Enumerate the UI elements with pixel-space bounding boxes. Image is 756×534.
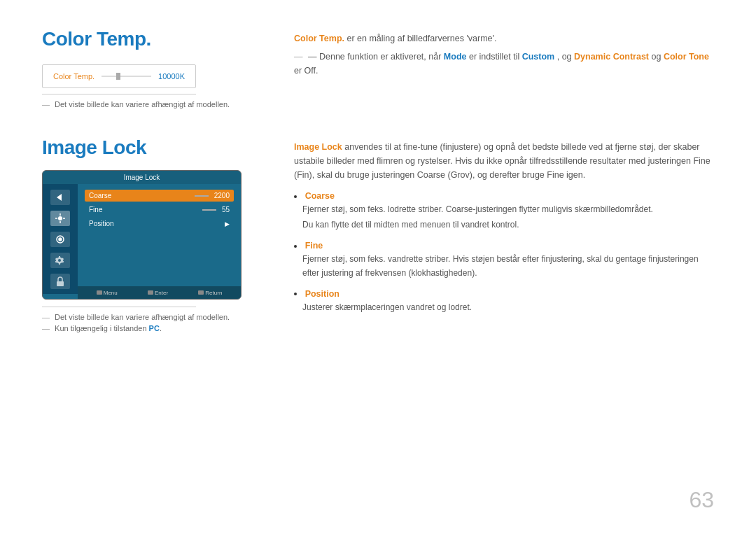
bullet-coarse-title: Coarse: [305, 191, 335, 201]
image-lock-notes: ― Det viste billede kan variere afhængig…: [42, 307, 252, 332]
bullet-fine-dot: [294, 245, 297, 248]
mockup-sidebar: [43, 184, 78, 294]
color-temp-description2: ― ― Denne funktion er aktiveret, når Mod…: [294, 50, 714, 78]
color-temp-mode: Mode: [444, 52, 467, 62]
mockup-icon-arrow: [50, 190, 70, 205]
mockup-icon-lock: [50, 274, 70, 289]
mockup-btn-return-icon: [198, 290, 204, 295]
image-lock-desc-suffix: anvendes til at fine-tune (finjustere) o…: [294, 142, 710, 180]
image-lock-note1-text: Det viste billede kan variere afhængigt …: [55, 313, 230, 321]
mockup-icon-circle: [50, 232, 70, 247]
bullet-fine-title: Fine: [305, 241, 323, 251]
image-lock-mockup: Image Lock: [42, 170, 241, 300]
color-temp-dynamic: Dynamic Contrast: [574, 52, 649, 62]
color-temp-note: ― Det viste billede kan variere afhængig…: [42, 100, 252, 108]
mockup-menu-coarse: Coarse 2200: [85, 190, 234, 202]
mockup-body: Coarse 2200 Fine 55: [43, 184, 241, 294]
mockup-coarse-value: 2200: [214, 192, 230, 199]
color-temp-section: Color Temp. Color Temp. 10000K ― Det vis…: [42, 28, 714, 108]
image-lock-section: Image Lock Image Lock: [42, 136, 714, 332]
mockup-btn-enter-label: Enter: [155, 290, 168, 296]
color-temp-ui-label: Color Temp.: [53, 72, 94, 80]
mockup-position-label: Position: [89, 220, 114, 227]
bullet-fine: Fine Fjerner støj, som feks. vandrette s…: [294, 240, 714, 279]
color-temp-title: Color Temp.: [42, 28, 252, 50]
bullet-position-title: Position: [305, 289, 340, 299]
image-lock-description: Image Lock anvendes til at fine-tune (fi…: [294, 140, 714, 182]
color-temp-desc2-mid2: , og: [557, 52, 574, 62]
mockup-position-arrow: ▶: [225, 220, 230, 227]
color-temp-ui-mockup: Color Temp. 10000K: [42, 64, 196, 88]
mockup-btn-return: Return: [198, 290, 222, 296]
mockup-btn-menu-label: Menu: [104, 290, 118, 296]
color-temp-slider-thumb: [116, 73, 120, 80]
bullet-fine-text1: Fjerner støj, som feks. vandrette stribe…: [302, 253, 714, 279]
mockup-title: Image Lock: [43, 171, 241, 184]
mockup-icon-settings: [50, 211, 70, 226]
bullet-coarse-dot: [294, 195, 297, 198]
color-temp-ui-row: Color Temp. 10000K: [53, 72, 185, 80]
color-temp-custom: Custom: [522, 52, 555, 62]
mockup-btn-enter: Enter: [148, 290, 168, 296]
color-temp-description1: Color Temp. er en måling af billedfarver…: [294, 31, 714, 45]
image-lock-note2-prefix: Kun tilgængelig i tilstanden: [55, 324, 149, 332]
color-temp-ui-value: 10000K: [158, 72, 185, 80]
color-temp-colortone: Color Tone: [664, 52, 709, 62]
color-temp-divider: [42, 94, 196, 94]
image-lock-left-panel: Image Lock Image Lock: [42, 136, 252, 332]
mockup-coarse-label: Coarse: [89, 192, 111, 199]
bullet-position-dot: [294, 293, 297, 295]
color-temp-desc2-mid1: er indstillet til: [469, 52, 522, 62]
bullet-coarse-text2: Du kan flytte det til midten med menuen …: [302, 218, 714, 232]
color-temp-desc1-suffix: er en måling af billedfarvernes 'varme'.: [346, 34, 496, 43]
image-lock-note2-bold: PC: [149, 324, 160, 332]
mockup-icon-gear: [50, 253, 70, 268]
color-temp-desc1-bold: Color Temp.: [294, 34, 344, 43]
image-lock-desc-bold: Image Lock: [294, 142, 342, 152]
color-temp-emdash: ―: [294, 52, 303, 62]
image-lock-note1-dash: ―: [42, 313, 50, 321]
bullet-coarse-header: Coarse: [294, 190, 714, 201]
mockup-btn-enter-icon: [148, 290, 153, 295]
page-number: 63: [689, 487, 714, 513]
mockup-fine-slider: [202, 209, 216, 211]
mockup-coarse-slider: [195, 195, 209, 197]
mockup-fine-label: Fine: [89, 206, 102, 213]
image-lock-note2-suffix: .: [160, 324, 162, 332]
image-lock-note2-dash: ―: [42, 324, 50, 332]
mockup-btn-menu-icon: [97, 290, 102, 295]
bullet-fine-header: Fine: [294, 240, 714, 251]
bullet-position-text1: Justerer skærmplaceringen vandret og lod…: [302, 301, 714, 314]
color-temp-slider-track: [102, 76, 151, 77]
mockup-btn-return-label: Return: [205, 290, 222, 296]
image-lock-divider-wrapper: [42, 307, 252, 307]
svg-rect-3: [57, 281, 64, 286]
color-temp-note-text: Det viste billede kan variere afhængigt …: [55, 100, 230, 108]
mockup-content: Coarse 2200 Fine 55: [78, 184, 241, 294]
mockup-btn-menu: Menu: [97, 290, 118, 296]
color-temp-desc2-mid3: og: [652, 52, 664, 62]
mockup-fine-value: 55: [222, 206, 230, 213]
mockup-bottom-bar: Menu Enter Return: [78, 286, 241, 299]
color-temp-desc2-suffix: er Off.: [294, 66, 318, 76]
color-temp-left-panel: Color Temp. Color Temp. 10000K ― Det vis…: [42, 28, 252, 108]
color-temp-note-dash: ―: [42, 100, 50, 108]
mockup-menu-fine: Fine 55: [85, 204, 234, 216]
image-lock-divider: [42, 307, 196, 307]
image-lock-right-panel: Image Lock anvendes til at fine-tune (fi…: [294, 136, 714, 332]
bullet-coarse-text1: Fjerner støj, som feks. lodrette striber…: [302, 203, 714, 216]
svg-point-0: [58, 216, 62, 220]
color-temp-desc2-prefix: ― Denne funktion er aktiveret, når: [308, 52, 444, 62]
bullet-coarse: Coarse Fjerner støj, som feks. lodrette …: [294, 190, 714, 232]
bullet-section: Coarse Fjerner støj, som feks. lodrette …: [294, 190, 714, 314]
svg-point-2: [59, 238, 62, 241]
image-lock-note2: ― Kun tilgængelig i tilstanden PC.: [42, 324, 252, 332]
image-lock-note1: ― Det viste billede kan variere afhængig…: [42, 313, 252, 321]
color-temp-right-panel: Color Temp. er en måling af billedfarver…: [294, 28, 714, 108]
image-lock-title: Image Lock: [42, 136, 252, 159]
bullet-position-header: Position: [294, 288, 714, 299]
mockup-menu-position: Position ▶: [85, 218, 234, 230]
bullet-position: Position Justerer skærmplaceringen vandr…: [294, 288, 714, 314]
